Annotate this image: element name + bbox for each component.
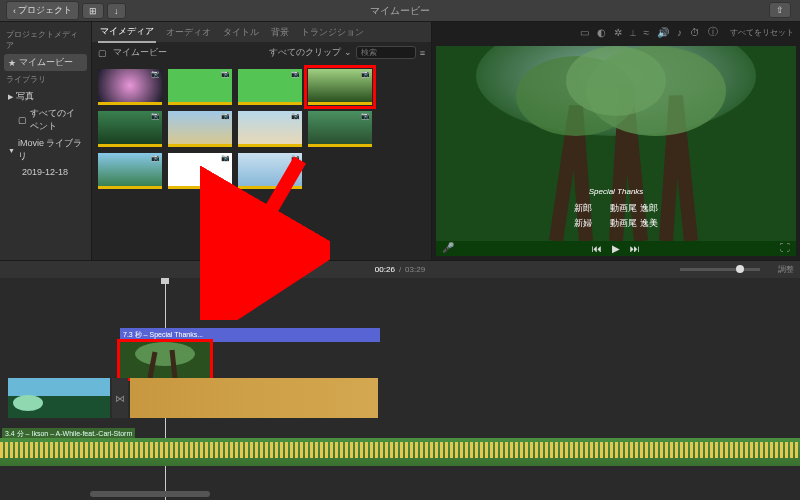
adjust-label[interactable]: 調整 [778,264,794,275]
chevron-left-icon: ‹ [13,6,16,16]
clip-thumb[interactable]: 📷 [238,111,302,147]
clip-thumb[interactable]: 📷 [168,111,232,147]
camera-icon: 📷 [361,70,370,78]
clip-thumb[interactable]: 📷 [98,69,162,105]
color-balance-icon[interactable]: ◐ [597,27,606,38]
info-icon[interactable]: ⓘ [708,25,718,39]
tab-audio[interactable]: オーディオ [164,23,213,42]
clip-thumb[interactable]: 📷 [308,111,372,147]
video-viewer[interactable]: Special Thanks 新郎動画尾 逸郎 新婦動画尾 逸美 🎤 ⏮ ▶ ⏭… [436,46,796,256]
svg-point-6 [135,342,195,366]
import-button[interactable]: ↓ [107,3,126,19]
expand-icon[interactable]: ▢ [98,48,107,58]
timeline-header: 00:26/03:29 調整 [0,260,800,278]
camera-icon: 📷 [151,70,160,78]
sidebar-header-project: プロジェクトメディア [4,26,87,54]
camera-icon: 📷 [221,70,230,78]
project-title: マイムービー [370,4,430,18]
stabilize-icon[interactable]: ≈ [644,27,650,38]
fullscreen-icon[interactable]: ⛶ [780,242,790,253]
disclosure-icon: ▶ [8,93,13,101]
svg-line-8 [172,350,175,378]
camera-icon: 📷 [151,112,160,120]
zoom-slider[interactable] [680,268,760,271]
video-clip[interactable] [8,378,110,418]
overlay-icon[interactable]: ▭ [580,27,589,38]
box-icon: ▢ [18,115,27,125]
title-overlay: Special Thanks 新郎動画尾 逸郎 新婦動画尾 逸美 [436,187,796,230]
horizontal-scrollbar[interactable] [90,491,210,497]
timeline[interactable]: 7.3 秒 – Special Thanks... ⋈ 3.4 分 – Ikso… [0,278,800,500]
sidebar-item-date[interactable]: 2019-12-18 [4,165,87,179]
color-correct-icon[interactable]: ✲ [614,27,622,38]
reset-button[interactable]: すべてをリセット [730,27,794,38]
video-clip[interactable] [130,378,378,418]
preview-panel: ▭ ◐ ✲ ⟂ ≈ 🔊 ♪ ⏱ ⓘ すべてをリセット Special Thank… [432,22,800,260]
volume-icon[interactable]: 🔊 [657,27,669,38]
camera-icon: 📷 [221,112,230,120]
camera-icon: 📷 [151,154,160,162]
clip-thumb[interactable]: 📷 [98,111,162,147]
tab-titles[interactable]: タイトル [221,23,261,42]
clip-thumb[interactable]: 📷 [238,69,302,105]
speed-icon[interactable]: ⏱ [690,27,700,38]
svg-point-11 [13,395,43,411]
svg-point-4 [566,46,666,116]
tab-transitions[interactable]: トランジション [299,23,366,42]
camera-icon: 📷 [361,112,370,120]
play-button[interactable]: ▶ [612,243,620,254]
next-button[interactable]: ⏭ [630,243,640,254]
clip-thumb-selected[interactable]: 📷 [308,69,372,105]
clip-thumb[interactable]: 📷 [168,69,232,105]
clip-thumb[interactable]: 📷 [168,153,232,189]
search-input[interactable] [356,46,416,59]
overlay-video-clip[interactable] [120,342,210,378]
list-view-icon[interactable]: ≡ [420,48,425,58]
tab-backgrounds[interactable]: 背景 [269,23,291,42]
noise-icon[interactable]: ♪ [677,27,682,38]
transition-icon[interactable]: ⋈ [112,378,128,418]
sidebar-item-photos[interactable]: ▶写真 [4,88,87,105]
clip-thumb-icon [120,342,210,378]
camera-icon: 📷 [291,154,300,162]
audio-clip[interactable] [0,438,800,466]
star-icon: ★ [8,58,16,68]
media-browser: マイメディア オーディオ タイトル 背景 トランジション ▢ マイムービー すべ… [92,22,432,260]
top-toolbar: ‹プロジェクト ⊞ ↓ マイムービー ⇧ [0,0,800,22]
tab-mymedia[interactable]: マイメディア [98,22,156,43]
sidebar: プロジェクトメディア ★マイムービー ライブラリ ▶写真 ▢すべてのイベント ▼… [0,22,92,260]
clip-thumb[interactable]: 📷 [238,153,302,189]
sidebar-item-library[interactable]: ▼iMovie ライブラリ [4,135,87,165]
clip-thumb-icon [8,378,110,418]
sidebar-header-library: ライブラリ [4,71,87,88]
filter-dropdown[interactable]: すべてのクリップ ⌄ [269,46,352,59]
prev-button[interactable]: ⏮ [592,243,602,254]
clip-thumb[interactable]: 📷 [98,153,162,189]
title-clip[interactable]: 7.3 秒 – Special Thanks... [120,328,380,342]
camera-icon: 📷 [221,154,230,162]
svg-rect-10 [8,378,110,396]
timecode-current: 00:26 [375,265,395,274]
timecode-total: 03:29 [405,265,425,274]
camera-icon: 📷 [291,112,300,120]
waveform-icon [0,442,800,458]
browser-name: マイムービー [113,46,167,59]
back-button[interactable]: ‹プロジェクト [6,1,79,20]
sidebar-item-project[interactable]: ★マイムービー [4,54,87,71]
media-library-button[interactable]: ⊞ [82,3,104,19]
credits-title: Special Thanks [436,187,796,196]
sidebar-item-events[interactable]: ▢すべてのイベント [4,105,87,135]
crop-icon[interactable]: ⟂ [630,27,636,38]
disclosure-icon: ▼ [8,147,15,154]
camera-icon: 📷 [291,70,300,78]
share-button[interactable]: ⇧ [769,2,791,18]
